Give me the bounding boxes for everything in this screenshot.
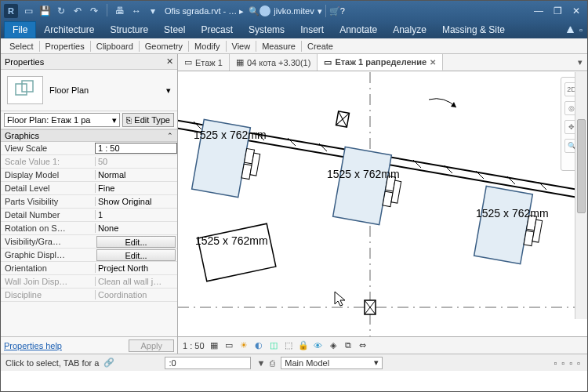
prop-row-11[interactable]: DisciplineCoordination [1, 289, 177, 302]
restore-button[interactable]: ❐ [550, 5, 565, 17]
opt-clipboard[interactable]: Clipboard [93, 42, 137, 51]
redo-icon[interactable]: ↷ [87, 4, 101, 18]
instance-dropdown[interactable]: Floor Plan: Етаж 1 ра ▾ [4, 113, 120, 127]
tab-massing[interactable]: Massing & Site [434, 21, 513, 38]
prop-edit-button[interactable]: Edit... [96, 236, 176, 248]
undo-icon[interactable]: ↶ [71, 4, 85, 18]
sync-icon[interactable]: ↻ [54, 4, 68, 18]
workset-icon[interactable]: ⎙ [270, 358, 275, 368]
ribbon-expand-icon[interactable]: ⯅ [566, 25, 575, 34]
tab-structure[interactable]: Structure [102, 21, 156, 38]
select-underlay-icon[interactable]: ▫ [561, 358, 564, 368]
detail-level-icon[interactable]: ▦ [209, 340, 220, 351]
print-icon[interactable]: 🖶 [113, 4, 127, 18]
tab-analyze[interactable]: Analyze [385, 21, 434, 38]
type-dropdown-icon[interactable]: ▾ [166, 85, 171, 96]
prop-value[interactable]: Coordination [95, 290, 177, 299]
close-button[interactable]: ✕ [568, 5, 584, 17]
prop-row-7[interactable]: Visibility/Gra…Edit... [1, 235, 177, 249]
open-icon[interactable]: ▭ [21, 4, 35, 18]
ribbon-menu-icon[interactable]: ▫ [579, 25, 583, 34]
prop-value[interactable]: 1 [95, 210, 177, 220]
tab-steel[interactable]: Steel [156, 21, 193, 38]
status-link-icon[interactable]: 🔗 [103, 358, 114, 368]
opt-modify[interactable]: Modify [191, 42, 223, 51]
desk-dim-3: 1525 x 762mm [195, 234, 268, 247]
prop-value[interactable]: None [95, 223, 177, 233]
tab-file[interactable]: File [4, 21, 36, 38]
prop-row-2[interactable]: Display ModelNormal [1, 169, 177, 182]
prop-row-5[interactable]: Detail Number1 [1, 209, 177, 222]
prop-label: View Scale [1, 143, 95, 153]
prop-row-3[interactable]: Detail LevelFine [1, 182, 177, 195]
sun-path-icon[interactable]: ☀ [238, 340, 249, 351]
opt-measure[interactable]: Measure [258, 42, 299, 51]
group-graphics[interactable]: Graphics⌃ [1, 129, 177, 142]
temp-hide-icon[interactable]: 👁 [313, 340, 324, 351]
prop-value[interactable]: Project North [95, 263, 177, 273]
lock-icon[interactable]: 🔒 [298, 340, 309, 351]
opt-properties[interactable]: Properties [42, 42, 89, 51]
prop-row-0[interactable]: View Scale1 : 50 [1, 142, 177, 155]
opt-geometry[interactable]: Geometry [141, 42, 187, 51]
drawing-canvas[interactable]: 1525 x 762mm 1525 x 762mm 1525 x 762mm 1… [178, 71, 587, 336]
prop-row-9[interactable]: OrientationProject North [1, 262, 177, 275]
selection-count[interactable]: :0 [165, 357, 251, 369]
prop-row-1[interactable]: Scale Value 1:50 [1, 155, 177, 169]
cart-icon[interactable]: 🛒 [329, 6, 340, 16]
tab-architecture[interactable]: Architecture [36, 21, 102, 38]
prop-row-4[interactable]: Parts VisibilityShow Original [1, 195, 177, 209]
search-icon[interactable]: 🔍 [249, 6, 260, 16]
prop-row-6[interactable]: Rotation on S…None [1, 222, 177, 235]
prop-row-10[interactable]: Wall Join Disp…Clean all wall j… [1, 275, 177, 289]
username: jivko.mitev [274, 6, 314, 16]
tab-close-icon[interactable]: ✕ [430, 58, 436, 67]
view-tab-0[interactable]: ▭Етаж 1 [178, 54, 230, 71]
apply-button[interactable]: Apply [129, 339, 174, 352]
crop-icon[interactable]: ◫ [268, 340, 279, 351]
worksharing-icon[interactable]: ⧉ [343, 340, 354, 351]
tab-annotate[interactable]: Annotate [332, 21, 385, 38]
prop-edit-button[interactable]: Edit... [96, 249, 176, 261]
view-tabs-overflow-icon[interactable]: ▾ [573, 57, 587, 67]
type-selector[interactable]: Floor Plan ▾ [1, 70, 177, 111]
help-icon[interactable]: ? [340, 6, 345, 16]
prop-label: Orientation [1, 263, 95, 273]
prop-value[interactable]: Show Original [95, 197, 177, 206]
view-scale[interactable]: 1 : 50 [183, 341, 205, 350]
tab-systems[interactable]: Systems [241, 21, 292, 38]
constraints-icon[interactable]: ⇔ [358, 340, 368, 351]
minimize-button[interactable]: — [531, 5, 546, 17]
prop-value[interactable]: Fine [95, 183, 177, 193]
save-icon[interactable]: 💾 [38, 4, 52, 18]
prop-value[interactable]: 1 : 50 [95, 143, 177, 154]
opt-select[interactable]: Select [5, 42, 38, 51]
select-links-icon[interactable]: ▫ [554, 358, 557, 368]
shadows-icon[interactable]: ◐ [253, 340, 264, 351]
opt-create[interactable]: Create [303, 42, 337, 51]
scrollbar-vertical[interactable] [575, 72, 587, 319]
tab-insert[interactable]: Insert [292, 21, 332, 38]
properties-help-link[interactable]: Properties help [4, 341, 62, 350]
workset-dropdown[interactable]: Main Model▾ [281, 357, 383, 369]
drag-icon[interactable]: ▫ [577, 358, 580, 368]
reveal-icon[interactable]: ◈ [328, 340, 339, 351]
tab-precast[interactable]: Precast [193, 21, 241, 38]
visual-style-icon[interactable]: ▭ [223, 340, 234, 351]
edit-type-button[interactable]: ⎘ Edit Type [122, 113, 174, 127]
user-account[interactable]: jivko.mitev ▾ [260, 5, 321, 16]
prop-value[interactable]: 50 [95, 157, 177, 166]
view-tab-1[interactable]: ▦04 кота +3.30(1) [230, 54, 318, 71]
panel-close-icon[interactable]: ✕ [166, 56, 173, 67]
svg-rect-1 [22, 81, 33, 92]
prop-value[interactable]: Clean all wall j… [95, 277, 177, 286]
filter-icon[interactable]: ▼ [256, 358, 265, 368]
view-tab-2[interactable]: ▭Етаж 1 рапределение✕ [318, 54, 443, 71]
measure-icon[interactable]: ↔ [129, 4, 143, 18]
opt-view[interactable]: View [228, 42, 255, 51]
select-pinned-icon[interactable]: ▫ [569, 358, 572, 368]
prop-value[interactable]: Normal [95, 170, 177, 180]
prop-row-8[interactable]: Graphic Displ…Edit... [1, 249, 177, 262]
qat-dropdown-icon[interactable]: ▾ [146, 4, 160, 18]
crop-region-icon[interactable]: ⬚ [283, 340, 294, 351]
